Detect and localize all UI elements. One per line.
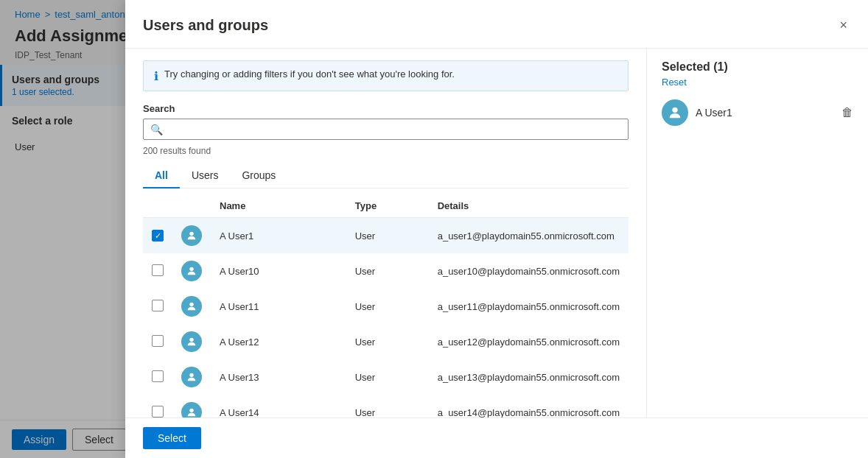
search-section: Search 🔍 xyxy=(143,103,629,140)
svg-point-4 xyxy=(189,373,193,377)
table-row[interactable]: A User14Usera_user14@playdomain55.onmicr… xyxy=(143,395,629,418)
row-name: A User14 xyxy=(211,395,346,418)
row-checkbox[interactable] xyxy=(152,406,164,418)
row-name: A User13 xyxy=(211,359,346,395)
svg-point-1 xyxy=(189,267,193,271)
svg-point-0 xyxy=(189,232,193,236)
row-avatar xyxy=(172,324,211,359)
info-banner: ℹ Try changing or adding filters if you … xyxy=(143,60,629,91)
row-name: A User10 xyxy=(211,253,346,289)
tab-groups[interactable]: Groups xyxy=(230,163,287,189)
selected-user-avatar xyxy=(662,99,688,126)
selected-user-name: A User1 xyxy=(696,107,834,119)
table-row[interactable]: A User10Usera_user10@playdomain55.onmicr… xyxy=(143,253,629,289)
row-name: A User1 xyxy=(211,218,346,254)
info-icon: ℹ xyxy=(154,69,158,83)
row-checkbox[interactable] xyxy=(152,335,164,347)
table-row[interactable]: A User13Usera_user13@playdomain55.onmicr… xyxy=(143,359,629,395)
user-avatar-icon xyxy=(181,261,202,281)
search-input[interactable] xyxy=(143,119,629,140)
users-groups-modal: Users and groups × ℹ Try changing or add… xyxy=(125,0,868,458)
results-count: 200 results found xyxy=(143,146,629,156)
col-header-type: Type xyxy=(346,194,429,218)
row-checkbox[interactable] xyxy=(152,370,164,382)
col-header-name: Name xyxy=(211,194,346,218)
modal-header: Users and groups × xyxy=(125,0,868,49)
modal-right-panel: Selected (1) Reset A User1 🗑 xyxy=(647,49,868,418)
tab-all[interactable]: All xyxy=(143,163,180,189)
row-type: User xyxy=(346,395,429,418)
delete-selected-user-icon[interactable]: 🗑 xyxy=(841,106,853,119)
row-type: User xyxy=(346,253,429,289)
row-type: User xyxy=(346,289,429,324)
selected-user-row: A User1 🗑 xyxy=(662,99,853,126)
row-details: a_user1@playdomain55.onmicrosoft.com xyxy=(429,218,629,254)
reset-link[interactable]: Reset xyxy=(662,77,853,88)
row-name: A User11 xyxy=(211,289,346,324)
row-name: A User12 xyxy=(211,324,346,359)
selected-header: Selected (1) xyxy=(662,60,853,74)
col-header-icon xyxy=(172,194,211,218)
close-modal-button[interactable]: × xyxy=(836,15,850,36)
user-table: Name Type Details ✓ A User1Usera_user1@p… xyxy=(143,194,629,418)
row-avatar xyxy=(172,359,211,395)
row-avatar xyxy=(172,218,211,254)
row-details: a_user12@playdomain55.onmicrosoft.com xyxy=(429,324,629,359)
modal-bottom-bar: Select xyxy=(125,418,868,458)
col-header-check xyxy=(143,194,172,218)
row-type: User xyxy=(346,218,429,254)
svg-point-6 xyxy=(672,108,677,113)
info-text: Try changing or adding filters if you do… xyxy=(164,68,455,80)
search-input-wrap: 🔍 xyxy=(143,119,629,140)
row-checkbox[interactable]: ✓ xyxy=(152,230,164,242)
row-details: a_user13@playdomain55.onmicrosoft.com xyxy=(429,359,629,395)
modal-select-button[interactable]: Select xyxy=(143,427,201,449)
user-avatar-icon xyxy=(181,225,202,246)
row-avatar xyxy=(172,289,211,324)
row-avatar xyxy=(172,395,211,418)
search-icon: 🔍 xyxy=(150,124,163,135)
col-header-details: Details xyxy=(429,194,629,218)
tab-users[interactable]: Users xyxy=(180,163,231,189)
row-avatar xyxy=(172,253,211,289)
user-avatar-icon xyxy=(181,367,202,387)
row-type: User xyxy=(346,359,429,395)
modal-title: Users and groups xyxy=(143,17,268,34)
user-avatar-icon xyxy=(181,331,202,352)
user-avatar-icon xyxy=(181,296,202,317)
row-details: a_user10@playdomain55.onmicrosoft.com xyxy=(429,253,629,289)
svg-point-2 xyxy=(189,303,193,306)
table-row[interactable]: A User11Usera_user11@playdomain55.onmicr… xyxy=(143,289,629,324)
user-avatar-icon xyxy=(181,402,202,418)
svg-point-3 xyxy=(189,338,193,342)
modal-left-panel: ℹ Try changing or adding filters if you … xyxy=(125,49,647,418)
row-details: a_user11@playdomain55.onmicrosoft.com xyxy=(429,289,629,324)
table-row[interactable]: A User12Usera_user12@playdomain55.onmicr… xyxy=(143,324,629,359)
tabs: All Users Groups xyxy=(143,163,629,189)
row-checkbox[interactable] xyxy=(152,264,164,276)
row-checkbox[interactable] xyxy=(152,300,164,311)
table-row[interactable]: ✓ A User1Usera_user1@playdomain55.onmicr… xyxy=(143,218,629,254)
svg-point-5 xyxy=(189,409,193,412)
row-type: User xyxy=(346,324,429,359)
search-label: Search xyxy=(143,103,629,114)
row-details: a_user14@playdomain55.onmicrosoft.com xyxy=(429,395,629,418)
modal-body: ℹ Try changing or adding filters if you … xyxy=(125,49,868,418)
